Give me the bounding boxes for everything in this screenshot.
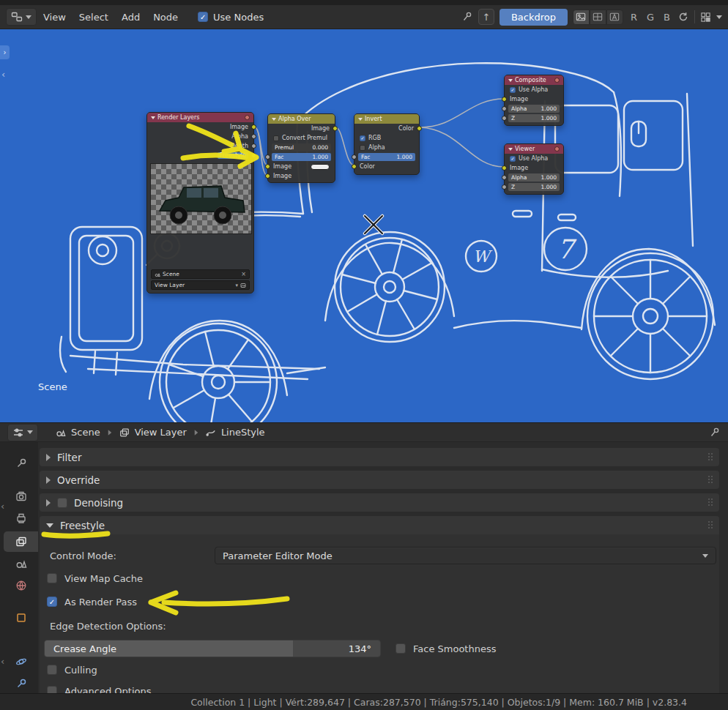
convert-premul-checkbox[interactable]: Convert Premul xyxy=(268,133,335,143)
node-alpha-over[interactable]: Alpha Over Image Convert Premul Premul 0… xyxy=(267,113,335,183)
panel-grip-icon[interactable] xyxy=(708,476,713,484)
socket-image-out[interactable] xyxy=(333,126,338,131)
channel-g-button[interactable]: G xyxy=(645,10,656,24)
region-collapse-arrow[interactable]: ‹ xyxy=(1,69,5,80)
region-collapse-arrow[interactable]: ‹ xyxy=(1,501,4,512)
collapse-icon[interactable] xyxy=(151,116,155,119)
render-icon[interactable] xyxy=(245,115,250,120)
tab-constraints[interactable] xyxy=(4,673,38,694)
node-render-layers[interactable]: Render Layers Image Alpha Depth Freestyl… xyxy=(146,112,254,294)
pin-icon[interactable] xyxy=(461,11,473,23)
face-smoothness-checkbox[interactable] xyxy=(395,643,406,654)
alpha-slider[interactable]: Alpha 1.000 xyxy=(505,173,563,182)
backdrop-button[interactable]: Backdrop xyxy=(499,9,568,26)
pin-icon[interactable] xyxy=(709,427,721,438)
socket-image-out[interactable] xyxy=(251,124,256,130)
breadcrumb-scene[interactable]: Scene xyxy=(56,427,100,438)
tab-world[interactable] xyxy=(4,575,38,596)
channel-b-button[interactable]: B xyxy=(661,10,672,24)
panel-denoising[interactable]: Denoising xyxy=(40,493,719,512)
breadcrumb-linestyle[interactable]: LineStyle xyxy=(206,427,265,438)
node-header[interactable]: Render Layers xyxy=(147,113,253,122)
collapse-icon[interactable] xyxy=(272,118,276,121)
culling-row[interactable]: Culling xyxy=(47,662,97,677)
close-icon[interactable]: × xyxy=(241,271,246,277)
use-alpha-checkbox[interactable]: ✓ Use Alpha xyxy=(505,154,563,163)
collapse-icon[interactable] xyxy=(508,79,513,82)
socket-freestyle-out[interactable] xyxy=(251,153,256,158)
z-slider[interactable]: Z 1.000 xyxy=(505,113,563,123)
panel-grip-icon[interactable] xyxy=(708,521,713,529)
tab-object[interactable] xyxy=(4,608,38,628)
editor-type-dropdown[interactable] xyxy=(7,424,38,441)
image-color-alpha-icon[interactable] xyxy=(590,10,606,25)
tab-output[interactable] xyxy=(4,508,38,528)
menu-add[interactable]: Add xyxy=(115,9,146,26)
socket-color-in[interactable] xyxy=(352,164,357,169)
view-map-cache-row[interactable]: View Map Cache xyxy=(47,571,143,586)
socket-fac-in[interactable] xyxy=(265,154,270,160)
tab-scene[interactable] xyxy=(4,553,38,574)
refresh-icon[interactable] xyxy=(677,11,689,23)
panel-filter[interactable]: Filter xyxy=(40,448,719,466)
node-header[interactable]: Viewer xyxy=(505,144,563,154)
chevron-down-icon[interactable] xyxy=(716,15,722,19)
advanced-options-checkbox[interactable] xyxy=(47,686,57,693)
advanced-options-row[interactable]: Advanced Options xyxy=(47,684,152,693)
z-slider[interactable]: Z 1.000 xyxy=(505,182,563,192)
socket-image-in[interactable] xyxy=(265,164,270,169)
render-icon[interactable] xyxy=(554,78,560,83)
menu-select[interactable]: Select xyxy=(73,9,115,26)
node-header[interactable]: Alpha Over xyxy=(268,114,335,124)
node-header[interactable]: Invert xyxy=(354,114,419,124)
tab-view-layer[interactable] xyxy=(4,531,38,552)
panel-freestyle[interactable]: Freestyle xyxy=(40,516,719,534)
rgb-checkbox[interactable]: ✓ RGB xyxy=(354,133,419,143)
scene-selector[interactable]: Scene × xyxy=(151,269,250,279)
use-nodes-checkbox[interactable]: ✓ Use Nodes xyxy=(198,12,264,23)
render-icon[interactable] xyxy=(554,146,560,152)
premul-slider[interactable]: Premul 0.000 xyxy=(268,143,335,152)
compositor-canvas[interactable]: W 7 › xyxy=(0,29,728,422)
fac-slider[interactable]: Fac 1.000 xyxy=(354,152,419,162)
culling-checkbox[interactable] xyxy=(47,665,57,675)
view-layer-selector[interactable]: View Layer ▾ xyxy=(151,280,250,290)
face-smoothness-row[interactable]: Face Smoothness xyxy=(395,641,496,656)
socket-image-in[interactable] xyxy=(502,165,507,171)
node-viewer[interactable]: Viewer ✓ Use Alpha Image Alpha 1.000 xyxy=(504,143,564,195)
socket-alpha-in[interactable] xyxy=(502,175,507,180)
collapse-icon[interactable] xyxy=(508,148,513,151)
socket-depth-out[interactable] xyxy=(251,143,256,149)
socket-alpha-in[interactable] xyxy=(502,106,507,111)
go-parent-node-button[interactable]: ↑ xyxy=(478,9,494,25)
alpha-slider[interactable]: Alpha 1.000 xyxy=(505,104,563,113)
collapse-icon[interactable] xyxy=(358,118,363,121)
crease-angle-slider[interactable]: Crease Angle 134° xyxy=(44,640,381,657)
socket-image-in[interactable] xyxy=(502,97,507,102)
view-map-cache-checkbox[interactable] xyxy=(47,573,57,583)
panel-override[interactable]: Override xyxy=(40,471,719,489)
image-color-icon[interactable] xyxy=(573,10,590,25)
channel-r-button[interactable]: R xyxy=(628,10,639,24)
fac-slider[interactable]: Fac 1.000 xyxy=(268,152,335,162)
editor-type-dropdown[interactable] xyxy=(6,8,37,26)
denoising-checkbox[interactable] xyxy=(57,498,67,508)
panel-grip-icon[interactable] xyxy=(708,453,713,461)
socket-z-in[interactable] xyxy=(502,116,507,121)
tab-tool[interactable] xyxy=(4,453,38,474)
toolbar-toggle-tab[interactable]: › xyxy=(0,45,10,59)
socket-alpha-out[interactable] xyxy=(251,134,256,139)
snap-grid-icon[interactable] xyxy=(700,12,711,23)
node-invert[interactable]: Invert Color ✓ RGB Alpha Fac 1.000 xyxy=(354,113,420,175)
node-header[interactable]: Composite xyxy=(505,75,563,85)
as-render-pass-row[interactable]: ✓ As Render Pass xyxy=(47,594,137,609)
panel-grip-icon[interactable] xyxy=(708,498,713,507)
socket-z-in[interactable] xyxy=(502,184,507,190)
image-alpha-icon[interactable] xyxy=(606,10,623,25)
socket-color-out[interactable] xyxy=(417,126,422,131)
region-collapse-arrow[interactable]: ‹ xyxy=(1,656,4,667)
as-render-pass-checkbox[interactable]: ✓ xyxy=(47,597,57,607)
tab-physics[interactable] xyxy=(4,651,38,672)
alpha-checkbox[interactable]: Alpha xyxy=(354,143,419,152)
control-mode-dropdown[interactable]: Parameter Editor Mode xyxy=(215,547,716,564)
